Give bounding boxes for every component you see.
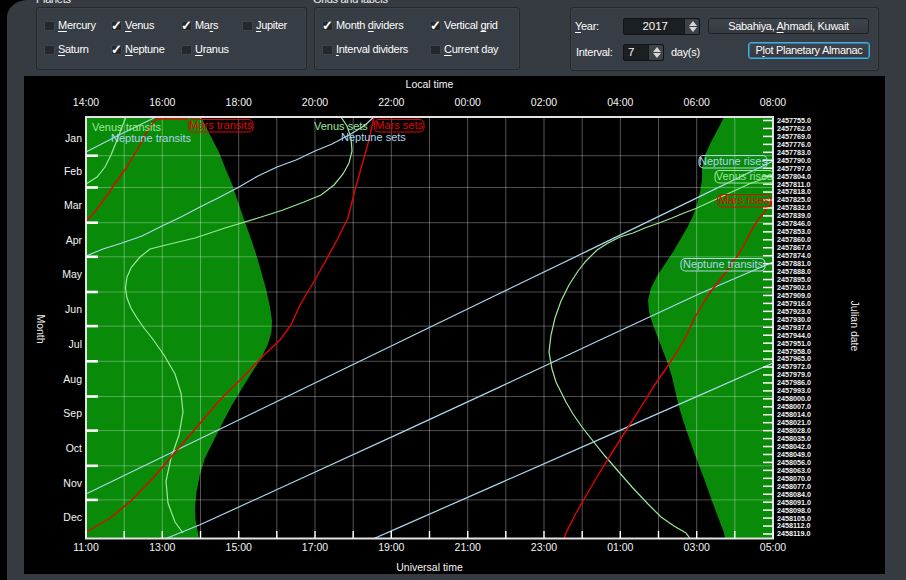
svg-text:Nov: Nov (63, 477, 82, 489)
svg-text:Local time: Local time (406, 78, 454, 90)
svg-text:Neptune sets: Neptune sets (341, 131, 406, 143)
svg-text:Feb: Feb (64, 165, 82, 177)
svg-text:03:00: 03:00 (684, 541, 710, 553)
svg-text:May: May (62, 268, 83, 280)
svg-text:Mar: Mar (64, 199, 83, 211)
svg-text:18:00: 18:00 (226, 96, 252, 108)
svg-text:Oct: Oct (66, 442, 82, 454)
svg-text:Apr: Apr (66, 234, 83, 246)
svg-text:00:00: 00:00 (455, 96, 481, 108)
svg-text:01:00: 01:00 (607, 541, 633, 553)
svg-text:Mars sets: Mars sets (375, 119, 423, 131)
svg-text:21:00: 21:00 (455, 541, 481, 553)
svg-text:Neptune transits: Neptune transits (111, 132, 192, 144)
svg-text:15:00: 15:00 (226, 541, 252, 553)
svg-text:Venus rises: Venus rises (716, 170, 773, 182)
svg-text:2458119.0: 2458119.0 (777, 529, 811, 538)
svg-text:02:00: 02:00 (531, 96, 557, 108)
svg-text:Neptune rises: Neptune rises (699, 155, 767, 167)
svg-text:Neptune transits: Neptune transits (683, 258, 764, 270)
svg-text:08:00: 08:00 (760, 96, 786, 108)
svg-text:Jul: Jul (69, 338, 82, 350)
svg-text:Dec: Dec (63, 511, 82, 523)
svg-text:23:00: 23:00 (531, 541, 557, 553)
svg-text:22:00: 22:00 (378, 96, 404, 108)
svg-text:06:00: 06:00 (684, 96, 710, 108)
svg-text:20:00: 20:00 (302, 96, 328, 108)
svg-text:04:00: 04:00 (607, 96, 633, 108)
svg-text:Mars transits: Mars transits (189, 119, 252, 131)
svg-text:14:00: 14:00 (73, 96, 99, 108)
svg-text:11:00: 11:00 (73, 541, 99, 553)
svg-text:05:00: 05:00 (760, 541, 786, 553)
svg-text:16:00: 16:00 (149, 96, 175, 108)
svg-text:Jun: Jun (65, 303, 82, 315)
svg-text:19:00: 19:00 (378, 541, 404, 553)
svg-text:Julian date: Julian date (849, 301, 861, 352)
svg-text:Sep: Sep (63, 407, 82, 419)
svg-text:17:00: 17:00 (302, 541, 328, 553)
svg-text:13:00: 13:00 (149, 541, 175, 553)
svg-text:Jan: Jan (65, 132, 82, 144)
svg-text:Month: Month (35, 314, 47, 343)
svg-text:Mars rises: Mars rises (719, 194, 770, 206)
svg-text:Universal time: Universal time (396, 561, 463, 573)
svg-text:Aug: Aug (63, 373, 82, 385)
